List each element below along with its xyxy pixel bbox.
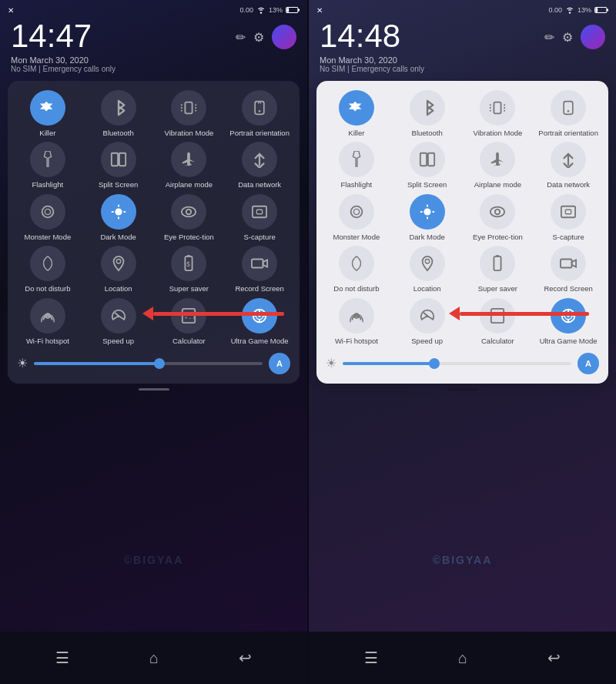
qs-split-right[interactable]: Split Screen <box>393 142 461 189</box>
status-bar-right: ✕ 0.00 13% <box>309 0 616 17</box>
qs-grid-right: Killer Bluetooth Vibration Mode <box>323 90 602 345</box>
time-right: 14:48 <box>320 20 424 52</box>
disturb-icon-right <box>339 246 374 281</box>
qs-location-right[interactable]: Location <box>393 246 461 293</box>
brightness-track-right[interactable] <box>343 362 571 365</box>
qs-supersaver-left[interactable]: $ Super saver <box>156 246 223 293</box>
settings-icon-right[interactable]: ⚙ <box>562 30 573 45</box>
brightness-track-left[interactable] <box>34 362 263 365</box>
qs-disturb-left[interactable]: Do not disturb <box>14 246 82 293</box>
disturb-label-right: Do not disturb <box>333 284 379 293</box>
ugame-icon-right <box>551 298 586 334</box>
record-label-right: Record Screen <box>544 284 592 293</box>
scapture-icon-left <box>242 194 277 230</box>
qs-ugame-right[interactable]: Ultra Game Mode <box>534 298 602 345</box>
qs-calc-left[interactable]: + - × Calculator <box>156 298 223 345</box>
darkmode-label-left: Dark Mode <box>100 233 136 241</box>
record-label-left: Record Screen <box>235 284 283 293</box>
assistant-icon-left[interactable] <box>272 25 296 49</box>
edit-icon-left[interactable]: ✏ <box>236 30 246 45</box>
close-icon-right: ✕ <box>316 6 323 15</box>
qs-ugame-left[interactable]: Ultra Game Mode <box>226 298 293 345</box>
qs-portrait-right[interactable]: Portrait orientation <box>534 90 602 137</box>
hotspot-icon-right <box>339 298 374 334</box>
qs-data-right[interactable]: Data network <box>534 142 602 189</box>
home-icon-left[interactable]: ⌂ <box>149 649 159 667</box>
assistant-icon-right[interactable] <box>581 25 605 49</box>
svg-marker-76 <box>572 260 577 267</box>
svg-point-27 <box>116 260 121 264</box>
battery-icon-right <box>594 6 608 14</box>
menu-icon-left[interactable]: ☰ <box>55 649 69 667</box>
qs-vibration-left[interactable]: Vibration Mode <box>156 90 223 137</box>
svg-rect-31 <box>252 260 263 268</box>
calc-icon-right <box>480 298 515 334</box>
qs-scapture-right[interactable]: S-capture <box>534 194 602 241</box>
brightness-icon-left: ☀ <box>17 356 28 370</box>
qs-record-left[interactable]: Record Screen <box>226 246 293 293</box>
svg-rect-2 <box>298 9 300 12</box>
qs-killer-right[interactable]: Killer <box>323 90 390 137</box>
qs-portrait-left[interactable]: Portrait orientation <box>226 90 293 137</box>
qs-speedup-left[interactable]: Speed up <box>85 298 152 345</box>
record-icon-right <box>551 246 586 281</box>
qs-eyepro-right[interactable]: Eye Protec-tion <box>464 194 532 241</box>
qs-supersaver-right[interactable]: Super saver <box>464 246 532 293</box>
svg-rect-56 <box>564 102 573 115</box>
disturb-icon-left <box>30 246 65 281</box>
qs-flashlight-right[interactable]: Flashlight <box>323 142 390 189</box>
svg-rect-71 <box>565 210 571 213</box>
qs-hotspot-right[interactable]: Wi-Fi hotspot <box>323 298 390 345</box>
qs-killer-left[interactable]: Killer <box>14 90 82 137</box>
qs-calc-right[interactable]: Calculator <box>464 298 532 345</box>
calc-label-left: Calculator <box>172 337 206 345</box>
location-label-right: Location <box>413 284 441 293</box>
qs-monster-left[interactable]: Monster Mode <box>14 194 82 241</box>
back-icon-left[interactable]: ↩ <box>239 649 252 667</box>
qs-airplane-right[interactable]: Airplane mode <box>464 142 532 189</box>
qs-bluetooth-right[interactable]: Bluetooth <box>393 90 461 137</box>
sim-left: No SIM | Emergency calls only <box>11 65 116 73</box>
qs-darkmode-right[interactable]: Dark Mode <box>393 194 461 241</box>
qs-vibration-right[interactable]: Vibration Mode <box>464 90 532 137</box>
back-icon-right[interactable]: ↩ <box>547 649 561 667</box>
qs-eyepro-left[interactable]: Eye Protec-tion <box>156 194 223 241</box>
vibration-label-right: Vibration Mode <box>474 129 523 137</box>
settings-icon-left[interactable]: ⚙ <box>253 30 264 45</box>
svg-rect-14 <box>111 153 117 166</box>
time-area-left: 14:47 Mon March 30, 2020 No SIM | Emerge… <box>0 17 307 76</box>
brightness-row-left: ☀ A <box>14 353 293 374</box>
qs-disturb-right[interactable]: Do not disturb <box>323 246 390 293</box>
qs-bluetooth-left[interactable]: Bluetooth <box>85 90 152 137</box>
home-icon-right[interactable]: ⌂ <box>458 649 467 667</box>
svg-rect-25 <box>253 206 266 218</box>
time-area-right: 14:48 Mon March 30, 2020 No SIM | Emerge… <box>309 17 616 76</box>
qs-record-right[interactable]: Record Screen <box>534 246 602 293</box>
qs-grid-left: Killer Bluetooth Vibration Mode <box>14 90 293 345</box>
qs-airplane-left[interactable]: Airplane mode <box>156 142 223 189</box>
eyepro-icon-left <box>171 194 206 230</box>
svg-rect-26 <box>256 210 262 213</box>
edit-icon-right[interactable]: ✏ <box>544 30 554 45</box>
qs-monster-right[interactable]: Monster Mode <box>323 194 390 241</box>
svg-line-34 <box>115 313 119 316</box>
menu-icon-right[interactable]: ☰ <box>364 649 378 667</box>
monster-icon-right <box>339 194 374 230</box>
qs-speedup-right[interactable]: Speed up <box>393 298 461 345</box>
qs-split-left[interactable]: Split Screen <box>85 142 152 189</box>
svg-point-62 <box>353 209 359 214</box>
qs-location-left[interactable]: Location <box>85 246 152 293</box>
qs-darkmode-left[interactable]: Dark Mode <box>85 194 152 241</box>
status-left-icons: ✕ <box>8 6 14 15</box>
svg-line-78 <box>424 313 427 316</box>
svg-marker-58 <box>353 151 360 166</box>
qs-scapture-left[interactable]: S-capture <box>226 194 293 241</box>
qs-data-left[interactable]: Data network <box>226 142 293 189</box>
ugame-label-right: Ultra Game Mode <box>540 337 598 345</box>
qs-hotspot-left[interactable]: Wi-Fi hotspot <box>14 298 82 345</box>
darkmode-icon-right <box>410 194 445 230</box>
status-right-info: 0.00 13% <box>239 6 300 14</box>
qs-flashlight-left[interactable]: Flashlight <box>14 142 82 189</box>
speedup-label-left: Speed up <box>102 337 134 345</box>
airplane-icon-left <box>171 142 206 177</box>
